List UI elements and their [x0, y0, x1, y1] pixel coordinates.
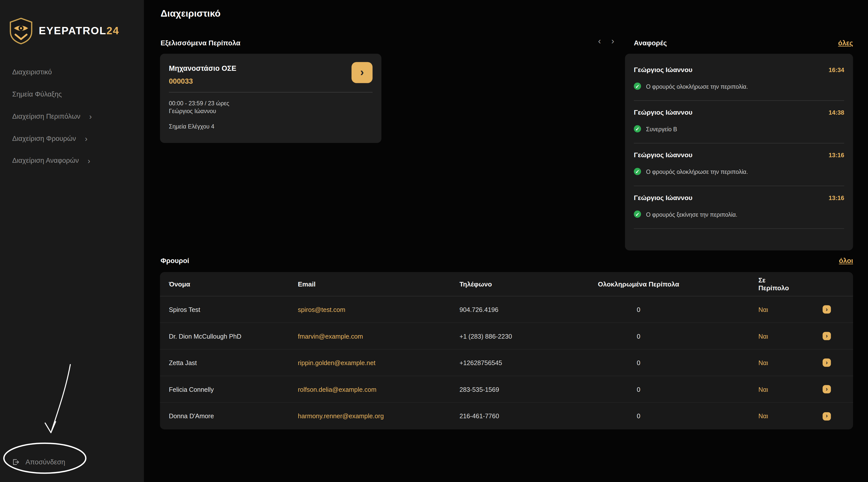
guard-phone: +12628756545: [460, 359, 593, 366]
carousel-prev-button[interactable]: ‹: [596, 36, 603, 45]
report-item[interactable]: Γεώργιος Ιώαννου 14:38 ✓ Συνεργείο Β: [634, 101, 844, 143]
column-header-name: Όνομα: [169, 280, 298, 288]
guard-completed-count: 0: [593, 413, 684, 419]
sidebar-menu: Διαχειριστικό Σημεία Φύλαξης Διαχείριση …: [0, 61, 144, 172]
guard-phone: +1 (283) 886-2230: [460, 333, 593, 339]
sidebar-item-patrol-management[interactable]: Διαχείριση Περιπόλων ›: [0, 105, 144, 127]
report-message: Συνεργείο Β: [646, 125, 677, 132]
report-item[interactable]: Γεώργιος Ιώαννου 13:16 ✓ Ο φρουρός ξεκίν…: [634, 186, 844, 229]
sidebar-item-label: Σημεία Φύλαξης: [12, 90, 62, 98]
guard-name: Felicia Connelly: [169, 386, 298, 393]
chevron-right-icon: ›: [826, 359, 828, 365]
brand-name-primary: EYEPATROL: [39, 25, 106, 36]
page-title: Διαχειριστικό: [161, 8, 221, 20]
chevron-right-icon: ›: [826, 306, 828, 312]
guard-on-patrol: Ναι: [684, 359, 789, 366]
guard-row-open-button[interactable]: ›: [823, 332, 831, 340]
patrols-section-title: Εξελισσόμενα Περίπολα: [161, 39, 240, 47]
guard-email-link[interactable]: rippin.golden@example.net: [298, 359, 459, 366]
report-author: Γεώργιος Ιώαννου: [634, 66, 692, 74]
chevron-right-icon: ›: [85, 135, 87, 142]
guard-email-link[interactable]: harmony.renner@example.org: [298, 413, 459, 419]
guard-email-link[interactable]: fmarvin@example.com: [298, 333, 459, 339]
sidebar-item-label: Διαχείριση Αναφορών: [12, 157, 79, 165]
guard-on-patrol: Ναι: [684, 333, 789, 339]
brand-name-number: 24: [106, 25, 119, 36]
report-message: Ο φρουρός ολοκλήρωσε την περιπολία.: [646, 168, 748, 175]
guard-row-open-button[interactable]: ›: [823, 359, 831, 367]
guard-completed-count: 0: [593, 359, 684, 366]
guard-name: Spiros Test: [169, 306, 298, 313]
guards-section-title: Φρουροί: [161, 257, 189, 265]
guard-phone: 904.726.4196: [460, 306, 593, 313]
logo-shield-icon: [9, 18, 33, 44]
report-item[interactable]: Γεώργιος Ιώαννου 13:16 ✓ Ο φρουρός ολοκλ…: [634, 144, 844, 186]
logo[interactable]: EYEPATROL24: [9, 18, 119, 44]
chevron-right-icon: ›: [89, 112, 92, 120]
guard-phone: 216-461-7760: [460, 413, 593, 419]
patrol-open-button[interactable]: ›: [351, 62, 373, 83]
guard-completed-count: 0: [593, 333, 684, 339]
table-row: Donna D'Amore harmony.renner@example.org…: [160, 403, 853, 430]
column-header-on-patrol: Σε Περίπολο: [684, 276, 789, 292]
report-author: Γεώργιος Ιώαννου: [634, 194, 692, 202]
table-row: Dr. Dion McCullough PhD fmarvin@example.…: [160, 323, 853, 350]
guard-completed-count: 0: [593, 306, 684, 313]
report-item[interactable]: Γεώργιος Ιώαννου 16:34 ✓ Ο φρουρός ολοκλ…: [634, 62, 844, 101]
guard-email-link[interactable]: spiros@test.com: [298, 306, 459, 313]
sidebar-item-dashboard[interactable]: Διαχειριστικό: [0, 61, 144, 83]
guard-row-open-button[interactable]: ›: [823, 412, 831, 420]
app-window: EYEPATROL24 Διαχειριστικό Σημεία Φύλαξης…: [0, 0, 868, 482]
patrol-time-range: 00:00 - 23:59 / 23 ώρες: [169, 99, 372, 107]
sidebar-item-guard-points[interactable]: Σημεία Φύλαξης: [0, 83, 144, 105]
guard-on-patrol: Ναι: [684, 306, 789, 313]
guard-email-link[interactable]: rolfson.delia@example.com: [298, 386, 459, 393]
sidebar-item-label: Διαχείριση Περιπόλων: [12, 112, 80, 120]
reports-all-link[interactable]: όλες: [838, 39, 853, 47]
guard-row-open-button[interactable]: ›: [823, 305, 831, 314]
sidebar-item-label: Διαχείριση Φρουρών: [12, 135, 76, 142]
guards-all-link[interactable]: όλοι: [839, 257, 853, 265]
logout-label: Αποσύνδεση: [25, 458, 65, 466]
table-row: Felicia Connelly rolfson.delia@example.c…: [160, 376, 853, 403]
logout-button[interactable]: Αποσύνδεση: [11, 458, 65, 466]
guard-name: Donna D'Amore: [169, 413, 298, 419]
report-time: 14:38: [829, 109, 844, 116]
chevron-right-icon: ›: [360, 66, 364, 78]
carousel-next-button[interactable]: ›: [609, 36, 617, 45]
report-message: Ο φρουρός ολοκλήρωσε την περιπολία.: [646, 83, 748, 89]
patrol-guard-name: Γεώργιος Ιώαννου: [169, 107, 372, 115]
guard-completed-count: 0: [593, 386, 684, 393]
patrol-checkpoints: Σημεία Ελέγχου 4: [169, 123, 372, 130]
patrol-card[interactable]: Μηχανοστάσιο ΟΣΕ 000033 › 00:00 - 23:59 …: [160, 54, 381, 143]
sidebar-item-report-management[interactable]: Διαχείριση Αναφορών ›: [0, 150, 144, 172]
success-check-icon: ✓: [634, 125, 641, 133]
report-time: 13:16: [829, 195, 844, 201]
sidebar-item-label: Διαχειριστικό: [12, 68, 52, 76]
guard-name: Zetta Jast: [169, 359, 298, 366]
patrol-code: 000033: [169, 77, 236, 85]
table-header-row: Όνομα Email Τηλέφωνο Ολοκληρωμένα Περίπο…: [160, 272, 853, 296]
report-author: Γεώργιος Ιώαννου: [634, 109, 692, 116]
chevron-right-icon: ›: [826, 413, 828, 419]
guard-name: Dr. Dion McCullough PhD: [169, 333, 298, 339]
guard-row-open-button[interactable]: ›: [823, 385, 831, 393]
success-check-icon: ✓: [634, 210, 641, 218]
report-message: Ο φρουρός ξεκίνησε την περιπολία.: [646, 211, 737, 218]
reports-section-title: Αναφορές: [634, 39, 667, 47]
chevron-right-icon: ›: [88, 157, 90, 165]
table-row: Spiros Test spiros@test.com 904.726.4196…: [160, 296, 853, 323]
guard-on-patrol: Ναι: [684, 413, 789, 419]
patrol-meta: 00:00 - 23:59 / 23 ώρες Γεώργιος Ιώαννου: [169, 99, 372, 115]
column-header-phone: Τηλέφωνο: [460, 280, 593, 288]
report-time: 13:16: [829, 152, 844, 158]
patrol-title: Μηχανοστάσιο ΟΣΕ: [169, 64, 236, 73]
report-time: 16:34: [829, 66, 844, 73]
chevron-right-icon: ›: [826, 386, 828, 392]
divider: [169, 92, 372, 92]
report-author: Γεώργιος Ιώαννου: [634, 151, 692, 159]
patrol-carousel-nav: ‹ ›: [596, 36, 617, 45]
sidebar-item-guard-management[interactable]: Διαχείριση Φρουρών ›: [0, 127, 144, 150]
column-header-completed: Ολοκληρωμένα Περίπολα: [593, 280, 684, 288]
main-content: Διαχειριστικό Εξελισσόμενα Περίπολα ‹ › …: [144, 0, 868, 482]
